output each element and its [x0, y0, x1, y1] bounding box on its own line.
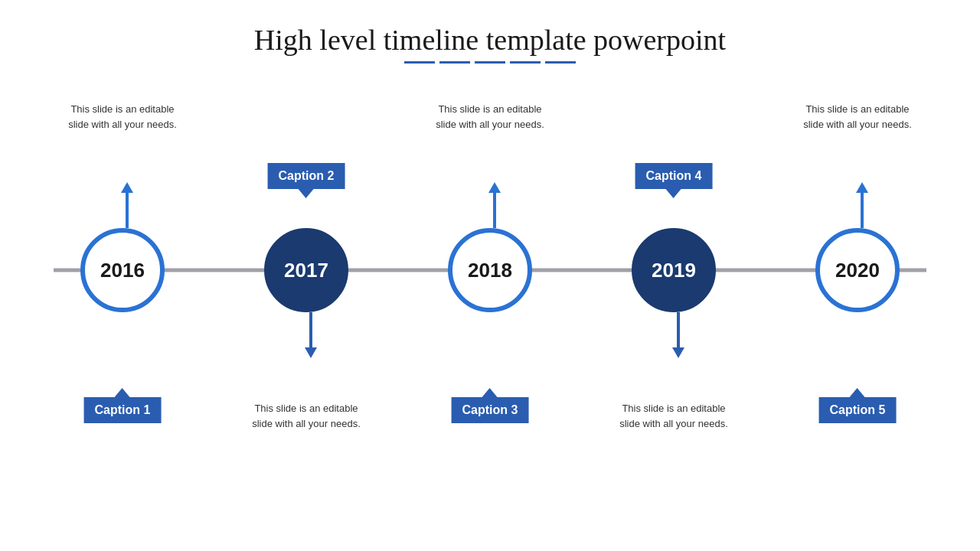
node3-caption-arrow: [482, 388, 498, 397]
underline-dash-1: [404, 61, 435, 64]
node3-caption: Caption 3: [452, 397, 529, 423]
node4-arrowhead: [672, 347, 684, 358]
node4-caption: Caption 4: [635, 163, 713, 189]
node4-text-below: This slide is an editable slide with all…: [612, 401, 735, 431]
node3-text-above: This slide is an editable slide with all…: [429, 102, 551, 132]
node5-caption-label: Caption 5: [830, 403, 886, 417]
node5-arrow-up: [856, 182, 868, 228]
node1-arrowshaft: [126, 193, 129, 228]
node3-year: 2018: [468, 259, 512, 282]
title-area: High level timeline template powerpoint: [31, 23, 949, 64]
node2-arrow-down: [305, 312, 317, 358]
node5-caption-arrow: [850, 388, 865, 397]
timeline-node-2019: Caption 4 2019 This slide is an editable…: [597, 71, 750, 469]
node4-arrowshaft: [677, 312, 680, 347]
node1-caption-arrow: [115, 388, 130, 397]
node1-text-above: This slide is an editable slide with all…: [61, 102, 184, 132]
title-underline: [31, 61, 949, 64]
node2-caption-arrow: [299, 189, 314, 198]
underline-dash-4: [510, 61, 541, 64]
node2-year: 2017: [284, 259, 328, 282]
node3-caption-label: Caption 3: [462, 403, 518, 417]
node1-caption-label: Caption 1: [95, 403, 151, 417]
node1-year-circle: 2016: [80, 228, 165, 312]
slide-title: High level timeline template powerpoint: [31, 23, 949, 57]
node5-year-circle: 2020: [815, 228, 900, 312]
timeline-node-2020: This slide is an editable slide with all…: [781, 71, 934, 469]
node3-arrow-up: [488, 182, 501, 228]
node5-arrowshaft: [861, 193, 864, 228]
node1-arrowhead: [121, 182, 133, 193]
slide: High level timeline template powerpoint …: [0, 0, 980, 551]
node4-arrow-down: [672, 312, 684, 358]
node3-arrowhead: [488, 182, 501, 193]
node3-arrowshaft: [493, 193, 496, 228]
node2-arrowshaft: [309, 312, 312, 347]
node2-text-below: This slide is an editable slide with all…: [245, 401, 368, 431]
node5-year: 2020: [835, 259, 880, 282]
node2-caption-label: Caption 2: [279, 169, 335, 183]
timeline-node-2018: This slide is an editable slide with all…: [413, 71, 567, 469]
timeline-node-2017: Caption 2 2017 This slide is an editable…: [230, 71, 383, 469]
node2-caption: Caption 2: [268, 163, 345, 189]
node1-year: 2016: [100, 259, 145, 282]
node1-caption: Caption 1: [84, 397, 162, 423]
underline-dash-2: [439, 61, 470, 64]
node2-year-circle: 2017: [264, 228, 348, 312]
node1-arrow-up: [121, 182, 133, 228]
node5-caption: Caption 5: [819, 397, 897, 423]
node4-year-circle: 2019: [632, 228, 716, 312]
node2-arrowhead: [305, 347, 317, 358]
timeline-nodes: This slide is an editable slide with all…: [46, 71, 934, 469]
node4-caption-arrow: [666, 189, 681, 198]
underline-dash-5: [545, 61, 576, 64]
node5-text-above: This slide is an editable slide with all…: [796, 102, 919, 132]
node5-arrowhead: [856, 182, 868, 193]
underline-dash-3: [475, 61, 505, 64]
timeline-node-2016: This slide is an editable slide with all…: [46, 71, 199, 469]
timeline-area: This slide is an editable slide with all…: [31, 71, 949, 469]
node4-caption-label: Caption 4: [646, 169, 702, 183]
node3-year-circle: 2018: [448, 228, 532, 312]
node4-year: 2019: [652, 259, 696, 282]
